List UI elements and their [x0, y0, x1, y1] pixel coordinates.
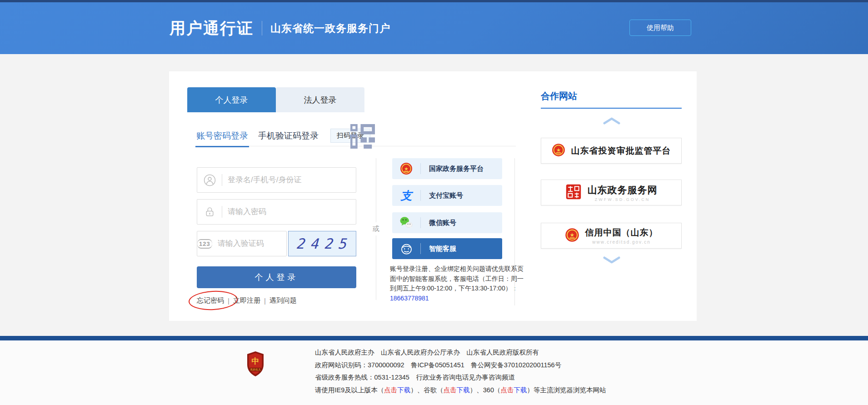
brand-divider	[262, 21, 262, 35]
personal-login-button[interactable]: 个人登录	[197, 266, 356, 288]
partner-investment-platform[interactable]: ★ 山东省投资审批监管平台	[541, 138, 682, 164]
download-ie-link[interactable]: 点击下载	[384, 386, 410, 394]
partner-url-caption: ZWFW.SD.GOV.CN	[595, 197, 650, 202]
download-360-link[interactable]: 点击下载	[500, 386, 527, 394]
partner-url-caption: www.creditsd.gov.cn	[592, 240, 650, 245]
alipay-icon: 支	[392, 188, 420, 203]
shandong-seal-icon	[565, 184, 582, 202]
smart-service-icon	[392, 242, 420, 255]
carousel-up-button[interactable]	[602, 117, 622, 126]
footer-line-hotline: 省级政务服务热线：0531-12345 行政业务咨询电话见办事咨询频道	[315, 371, 606, 384]
footer-line-sponsor: 山东省人民政府主办 山东省人民政府办公厅承办 山东省人民政府版权所有	[315, 346, 606, 359]
register-link[interactable]: 立即注册	[233, 296, 260, 305]
carousel-down-button[interactable]	[602, 256, 622, 265]
wechat-login[interactable]: 微信账号	[392, 212, 502, 233]
svg-text:★: ★	[404, 166, 408, 171]
captcha-123-icon: 123	[197, 239, 212, 249]
footer-divider-bar	[0, 336, 868, 340]
svg-text:中: 中	[252, 357, 259, 365]
user-icon	[197, 174, 222, 186]
partner-credit-china[interactable]: ★ 信用中国（山东） www.creditsd.gov.cn	[541, 223, 682, 249]
lock-icon	[197, 206, 222, 218]
password-input[interactable]	[222, 200, 356, 224]
footer-text: 山东省人民政府主办 山东省人民政府办公厅承办 山东省人民政府版权所有 政府网站识…	[315, 346, 606, 396]
link-separator: |	[264, 297, 266, 305]
wechat-icon	[392, 216, 420, 230]
or-label: 或	[369, 222, 382, 235]
footer-line-icp: 政府网站识别码：3700000092 鲁ICP备05051451 鲁公网安备37…	[315, 359, 606, 372]
page-subtitle: 山东省统一政务服务门户	[270, 21, 390, 35]
national-emblem-icon: ★	[565, 228, 579, 244]
forgot-password-link[interactable]: 忘记密码	[197, 296, 224, 305]
tab-legal-login[interactable]: 法人登录	[276, 87, 364, 112]
partner-shandong-service-site[interactable]: 山东政务服务网 ZWFW.SD.GOV.CN	[541, 180, 682, 205]
tab-personal-login[interactable]: 个人登录	[187, 87, 276, 112]
footer-line-browsers: 请使用IE9及以上版本（点击下载）、谷歌（点击下载）、360（点击下载）等主流浏…	[315, 384, 606, 397]
vertical-divider-right	[514, 158, 515, 305]
download-chrome-link[interactable]: 点击下载	[444, 386, 470, 394]
partners-underline	[541, 108, 682, 109]
gov-badge-icon: 中 党政机关	[246, 351, 264, 379]
partners-title: 合作网站	[541, 90, 577, 102]
svg-text:★: ★	[569, 232, 574, 238]
method-password-login[interactable]: 账号密码登录	[196, 125, 248, 146]
national-platform-login[interactable]: ★ 国家政务服务平台	[392, 158, 502, 179]
help-button[interactable]: 使用帮助	[629, 20, 691, 36]
problem-link[interactable]: 遇到问题	[269, 296, 297, 305]
service-note: 账号登录注册、企业绑定相关问题请优先联系页面中的智能客服系统，客服电话（工作日：…	[390, 264, 524, 304]
smart-service-button[interactable]: 智能客服	[392, 238, 502, 259]
service-phone-link[interactable]: 18663778981	[390, 295, 429, 302]
helper-links: 忘记密码 | 立即注册 | 遇到问题	[197, 296, 297, 305]
alipay-login[interactable]: 支 支付宝账号	[392, 185, 502, 206]
qr-code-icon[interactable]	[350, 124, 375, 150]
page-title: 用户通行证	[170, 18, 254, 39]
svg-text:党政机关: 党政机关	[250, 368, 261, 371]
header: 用户通行证 山东省统一政务服务门户 使用帮助	[0, 2, 868, 54]
svg-text:★: ★	[556, 147, 560, 152]
method-sms-login[interactable]: 手机验证码登录	[258, 125, 319, 146]
chevron-up-icon	[603, 117, 621, 125]
national-emblem-icon: ★	[552, 143, 565, 159]
login-card: 个人登录 法人登录 账号密码登录 手机验证码登录 扫码登录	[169, 71, 697, 321]
captcha-field: 123	[197, 231, 287, 256]
national-emblem-icon: ★	[392, 162, 420, 175]
captcha-image[interactable]: 2425	[288, 231, 356, 256]
username-field	[197, 167, 356, 193]
password-field	[197, 199, 356, 225]
brand: 用户通行证 山东省统一政务服务门户	[170, 2, 390, 54]
username-input[interactable]	[222, 168, 356, 192]
link-separator: |	[228, 297, 229, 305]
footer: 中 党政机关 山东省人民政府主办 山东省人民政府办公厅承办 山东省人民政府版权所…	[0, 340, 868, 405]
captcha-value: 2425	[291, 235, 354, 252]
chevron-down-icon	[603, 256, 621, 264]
login-page: 用户通行证 山东省统一政务服务门户 使用帮助 个人登录 法人登录 账号密码登录 …	[0, 0, 868, 405]
